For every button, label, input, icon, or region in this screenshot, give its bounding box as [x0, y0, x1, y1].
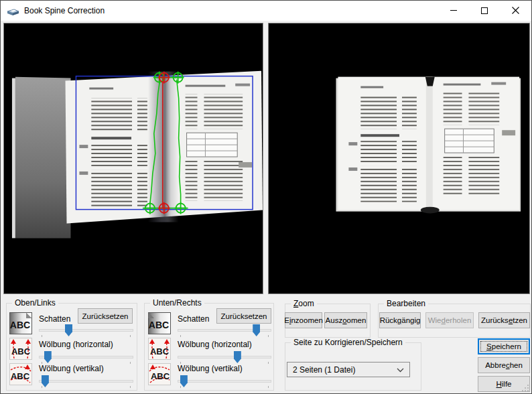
slider-track[interactable]: [178, 356, 271, 358]
save-button[interactable]: Speichern: [478, 338, 530, 354]
slider-thumb[interactable]: [65, 324, 72, 336]
svg-text:ABC: ABC: [10, 320, 30, 330]
page-select-dropdown[interactable]: 2 Seiten (1 Datei): [287, 362, 410, 377]
slider-thumb[interactable]: [42, 375, 49, 387]
warp-horizontal-slider-label: Wölbung (horizontal): [39, 340, 113, 349]
maximize-button[interactable]: [469, 1, 500, 20]
slider-thumb[interactable]: [180, 375, 188, 387]
shadow-icon: ABC: [148, 312, 171, 334]
reset-bottom-right-button[interactable]: Zurücksetzen: [216, 308, 271, 324]
warp-vertical-slider-top-left[interactable]: [39, 375, 133, 388]
scanner-app-icon: [7, 6, 19, 16]
svg-text:ABC: ABC: [11, 371, 30, 381]
shadow-icon: ABC: [9, 312, 32, 334]
group-page-select-title: Seite zu Korrigieren/Speichern: [291, 338, 405, 347]
chevron-down-icon: [397, 368, 404, 373]
warp-horizontal-slider-bottom-right[interactable]: [178, 350, 271, 364]
shadow-slider-bottom-right[interactable]: [178, 324, 271, 337]
warp-horizontal-slider-top-left[interactable]: [39, 350, 133, 364]
shadow-slider-label: Schatten: [39, 314, 70, 324]
slider-track[interactable]: [178, 380, 271, 383]
slider-track[interactable]: [39, 380, 133, 383]
zoom-in-button[interactable]: Einzoomen: [285, 312, 322, 328]
redo-button[interactable]: Wiederholen: [425, 312, 474, 328]
page-select-value: 2 Seiten (1 Datei): [293, 365, 355, 375]
warp-vertical-slider-label: Wölbung (vertikal): [178, 364, 243, 373]
reset-edit-button[interactable]: Zurücksetzen: [478, 312, 530, 328]
undo-button[interactable]: Rückgängig: [379, 312, 421, 328]
cancel-button[interactable]: Abbrechen: [478, 357, 530, 373]
zoom-out-button[interactable]: Auszoomen: [324, 312, 367, 328]
book-spine-correction-dialog: Book Spine Correction: [0, 0, 532, 394]
svg-text:ABC: ABC: [149, 320, 169, 330]
maximize-icon: [481, 7, 488, 14]
svg-text:ABC: ABC: [11, 346, 31, 356]
titlebar[interactable]: Book Spine Correction: [1, 1, 531, 21]
window-title: Book Spine Correction: [24, 6, 105, 15]
close-icon: [512, 7, 519, 14]
warp-vertical-icon: ABC: [148, 363, 171, 385]
close-button[interactable]: [500, 1, 531, 20]
original-scan-image: [4, 23, 263, 293]
group-edit-title: Bearbeiten: [384, 299, 428, 308]
warp-vertical-icon: ABC: [9, 363, 32, 385]
slider-track[interactable]: [39, 356, 133, 358]
warp-vertical-slider-bottom-right[interactable]: [178, 375, 271, 388]
warp-horizontal-icon: ABC: [9, 338, 32, 360]
shadow-slider-label: Schatten: [178, 314, 209, 324]
svg-text:ABC: ABC: [151, 371, 170, 381]
group-zoom-title: Zoom: [291, 299, 317, 308]
svg-text:ABC: ABC: [150, 346, 170, 356]
corrected-preview-view[interactable]: [268, 23, 530, 294]
reset-top-left-button[interactable]: Zurücksetzen: [78, 308, 133, 324]
slider-thumb[interactable]: [234, 351, 241, 363]
slider-thumb[interactable]: [44, 351, 52, 363]
slider-thumb[interactable]: [253, 324, 260, 336]
minimize-icon: [450, 10, 457, 11]
warp-horizontal-slider-label: Wölbung (horizontal): [178, 340, 252, 349]
warp-horizontal-icon: ABC: [148, 338, 171, 360]
slider-track[interactable]: [39, 329, 133, 332]
resize-grip[interactable]: [522, 385, 529, 392]
minimize-button[interactable]: [438, 1, 469, 20]
group-top-left-title: Oben/Links: [12, 298, 58, 308]
shadow-slider-top-left[interactable]: [39, 324, 133, 337]
original-scan-view[interactable]: [3, 23, 263, 294]
warp-vertical-slider-label: Wölbung (vertikal): [39, 364, 104, 373]
corrected-preview-image: [269, 23, 529, 293]
group-bottom-right-title: Unten/Rechts: [150, 298, 204, 308]
